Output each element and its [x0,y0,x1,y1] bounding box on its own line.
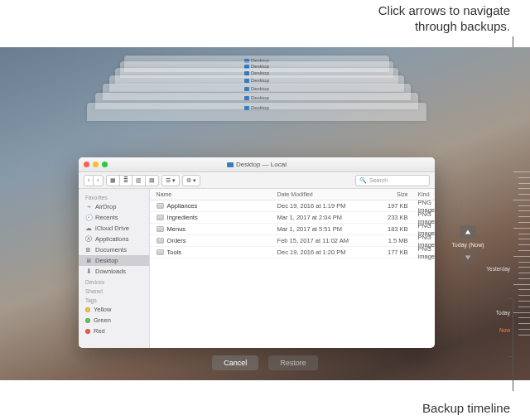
sidebar-head-shared: Shared [79,286,149,295]
file-thumbnail-icon [157,238,164,244]
timeline-tick[interactable] [518,323,530,324]
timeline-tick[interactable] [513,256,530,257]
sidebar-item-desktop[interactable]: 🖥Desktop [79,255,149,266]
timeline-tick[interactable] [518,194,530,195]
timeline-label-today: Today [496,309,510,315]
timeline-tick[interactable] [518,234,530,234]
window-title: Desktop — Local [227,161,287,168]
timeline-tick[interactable] [518,188,530,189]
file-list: Name Date Modified Size Kind AppliancesD… [150,189,435,348]
col-name[interactable]: Name [150,191,274,197]
sidebar-icon: ⬇ [85,268,92,275]
zoom-icon[interactable] [102,162,108,167]
timeline-label-now: Now [499,326,510,332]
sidebar-tag-yellow[interactable]: Yellow [79,304,149,315]
timeline-tick[interactable] [518,329,530,330]
view-icon-button[interactable]: ▦ [106,175,120,186]
timeline-tick[interactable] [518,273,530,273]
sidebar-item-recents[interactable]: 🕘Recents [79,212,149,223]
timeline-tick[interactable] [518,289,530,290]
timeline-tick[interactable] [513,312,530,313]
timeline-tick[interactable] [518,222,530,223]
nav-down-button[interactable] [460,251,476,264]
table-row[interactable]: AppliancesDec 19, 2016 at 1:19 PM197 KBP… [150,200,435,212]
minimize-icon[interactable] [93,162,99,167]
sidebar-head-tags: Tags [79,295,149,304]
column-headers[interactable]: Name Date Modified Size Kind [150,189,435,200]
timeline-tick[interactable] [518,239,530,239]
sidebar-tag-green[interactable]: Green [79,315,149,326]
backup-timeline[interactable]: Yesterday Today Now [497,171,530,347]
timeline-tick[interactable] [513,171,530,172]
backup-window-stack: Desktop Desktop Desktop Desktop Desktop … [79,47,435,171]
sidebar-icon: 🕘 [85,215,92,221]
tag-dot-icon [85,329,90,334]
forward-button[interactable]: › [93,175,103,186]
timeline-tick[interactable] [518,317,530,318]
cancel-button[interactable]: Cancel [212,355,258,370]
timeline-tick[interactable] [518,278,530,279]
table-row[interactable]: IngredientsMar 1, 2017 at 2:04 PM233 KBP… [150,212,435,224]
table-row[interactable]: OrdersFeb 15, 2017 at 11:02 AM1.5 MBPNG … [150,235,435,247]
backup-nav: Today (Now) [451,225,484,264]
col-size[interactable]: Size [373,191,415,197]
tag-dot-icon [85,307,90,312]
annotation-top: Click arrows to navigate through backups… [0,3,510,35]
sidebar-head-favorites: Favorites [79,192,149,201]
view-column-button[interactable]: ▥ [132,175,146,186]
search-icon: 🔍 [359,177,367,184]
finder-toolbar: ‹ › ▦ ≣ ▥ ▤ ☰ ▾ ⚙ ▾ 🔍 Search [79,172,435,189]
col-kind[interactable]: Kind [415,191,435,197]
sidebar-item-applications[interactable]: ⒶApplications [79,234,149,244]
file-thumbnail-icon [157,249,164,255]
sidebar-item-downloads[interactable]: ⬇Downloads [79,266,149,277]
sidebar-icon: Ⓐ [85,236,92,243]
sidebar-icon: 🖥 [85,258,92,264]
folder-icon [227,162,234,167]
timeline-tick[interactable] [518,301,530,302]
restore-button[interactable]: Restore [268,355,318,370]
sidebar-head-devices: Devices [79,277,149,286]
timeline-label-yesterday: Yesterday [486,265,510,271]
finder-sidebar: Favorites ⌁AirDrop🕘Recents☁iCloud DriveⒶ… [79,189,150,348]
timeline-tick[interactable] [518,307,530,307]
window-titlebar[interactable]: Desktop — Local [79,157,435,172]
sidebar-item-documents[interactable]: 🗎Documents [79,244,149,255]
timeline-tick[interactable] [518,216,530,217]
sidebar-tag-red[interactable]: Red [79,326,149,336]
timeline-tick[interactable] [518,250,530,251]
timeline-tick[interactable] [518,262,530,263]
close-icon[interactable] [84,162,89,167]
timeline-tick[interactable] [518,177,530,178]
sidebar-item-icloud-drive[interactable]: ☁iCloud Drive [79,223,149,234]
timeline-tick[interactable] [518,183,530,184]
timeline-tick[interactable] [518,244,530,245]
tag-dot-icon [85,318,90,323]
timeline-tick[interactable] [518,295,530,296]
timeline-tick[interactable] [518,210,530,211]
timeline-tick[interactable] [518,205,530,206]
timeline-tick[interactable] [513,284,530,285]
table-row[interactable]: MenusMar 1, 2017 at 5:51 PM183 KBPNG ima… [150,224,435,235]
col-date[interactable]: Date Modified [274,191,373,197]
view-gallery-button[interactable]: ▤ [145,175,159,186]
file-thumbnail-icon [157,203,164,209]
nav-back-forward[interactable]: ‹ › [84,175,104,186]
sidebar-icon: ☁ [85,225,92,232]
desktop-background: Desktop Desktop Desktop Desktop Desktop … [0,47,530,380]
timeline-tick[interactable] [518,335,530,336]
timeline-tick[interactable] [513,200,530,200]
sidebar-icon: 🗎 [85,247,92,253]
sidebar-icon: ⌁ [85,204,92,210]
arrange-button[interactable]: ☰ ▾ [161,175,180,186]
nav-up-button[interactable] [460,225,476,239]
table-row[interactable]: ToolsDec 19, 2016 at 1:20 PM177 KBPNG im… [150,247,435,258]
nav-current-label: Today (Now) [451,242,484,248]
timeline-tick[interactable] [518,267,530,268]
timeline-tick[interactable] [513,228,530,229]
view-switcher[interactable]: ▦ ≣ ▥ ▤ [106,175,159,186]
search-input[interactable]: 🔍 Search [355,175,430,186]
sidebar-item-airdrop[interactable]: ⌁AirDrop [79,201,149,212]
action-button[interactable]: ⚙ ▾ [182,175,200,186]
view-list-button[interactable]: ≣ [119,175,132,186]
